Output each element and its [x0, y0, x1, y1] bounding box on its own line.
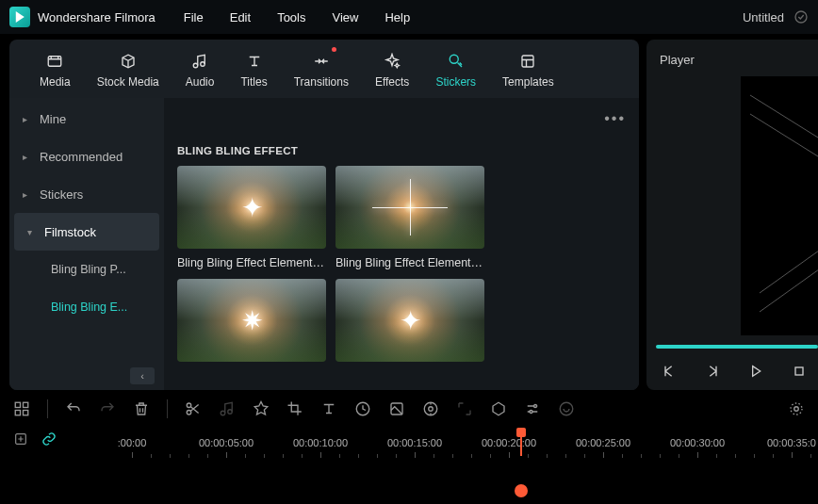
- svg-rect-1: [49, 57, 62, 67]
- timeline-ruler[interactable]: :00:0000:00:05:0000:00:10:0000:00:15:000…: [113, 428, 818, 456]
- player-panel: Player: [646, 40, 818, 390]
- text-button[interactable]: [320, 400, 337, 417]
- timeline[interactable]: :00:0000:00:05:0000:00:10:0000:00:15:000…: [0, 428, 818, 497]
- tab-media[interactable]: Media: [26, 47, 84, 98]
- expand-button[interactable]: [456, 400, 473, 417]
- player-viewport[interactable]: [741, 76, 818, 335]
- crop-button[interactable]: [286, 400, 303, 417]
- app-logo: [9, 7, 30, 27]
- sticker-card[interactable]: ✷: [177, 279, 326, 369]
- titles-icon: [246, 51, 263, 72]
- timeline-tick-label: :00:00: [118, 437, 147, 448]
- timeline-tick-label: 00:00:20:00: [482, 437, 536, 448]
- play-button[interactable]: [748, 364, 763, 379]
- mixer-button[interactable]: [788, 400, 805, 417]
- color-button[interactable]: [388, 400, 405, 417]
- svg-rect-10: [795, 367, 803, 375]
- adjust-button[interactable]: [524, 400, 541, 417]
- keyframe-button[interactable]: [422, 400, 439, 417]
- media-icon: [45, 51, 64, 72]
- svg-line-7: [750, 114, 818, 161]
- sticker-thumbnail: ✦: [177, 166, 326, 249]
- svg-point-27: [791, 403, 802, 415]
- tab-effects[interactable]: Effects: [362, 47, 422, 98]
- sidebar-item-filmstock[interactable]: ▾Filmstock: [14, 213, 159, 251]
- undo-button[interactable]: [65, 400, 82, 417]
- audio-icon: [191, 51, 208, 72]
- chevron-right-icon: ▸: [23, 189, 30, 200]
- project-name[interactable]: Untitled: [743, 10, 784, 24]
- prev-frame-button[interactable]: [662, 364, 677, 379]
- mask-button[interactable]: [490, 400, 507, 417]
- svg-point-4: [450, 55, 458, 63]
- tab-audio[interactable]: Audio: [172, 47, 228, 98]
- sidebar-sub-bling-pack[interactable]: Bling Bling P...: [9, 251, 164, 288]
- tab-stickers[interactable]: Stickers: [422, 47, 489, 98]
- player-title: Player: [656, 49, 818, 76]
- app-name: Wondershare Filmora: [38, 10, 155, 24]
- chevron-right-icon: ▸: [23, 152, 30, 162]
- stock-media-icon: [119, 51, 138, 72]
- sticker-card[interactable]: ✦ Bling Bling Effect Element 01: [177, 166, 326, 269]
- sticker-card[interactable]: Bling Bling Effect Element 02: [335, 166, 484, 269]
- next-frame-button[interactable]: [705, 364, 720, 379]
- split-button[interactable]: [185, 400, 202, 417]
- timeline-tick-label: 00:00:25:00: [576, 437, 630, 448]
- timeline-tick-label: 00:00:15:00: [387, 437, 442, 448]
- speed-button[interactable]: [354, 400, 371, 417]
- media-tabs: Media Stock Media Audio Titles Transitio…: [9, 40, 639, 98]
- timeline-tick-label: 00:00:35:0: [767, 437, 816, 448]
- timeline-tick-label: 00:00:30:00: [670, 437, 725, 448]
- delete-button[interactable]: [133, 400, 150, 417]
- svg-rect-12: [24, 402, 28, 407]
- timeline-tick-label: 00:00:10:00: [293, 437, 348, 448]
- svg-point-3: [201, 62, 205, 67]
- link-button[interactable]: [41, 431, 57, 447]
- svg-point-16: [187, 411, 191, 415]
- stickers-icon: [448, 51, 465, 72]
- sidebar-item-mine[interactable]: ▸Mine: [9, 100, 164, 138]
- svg-point-0: [795, 11, 807, 23]
- sidebar-item-stickers[interactable]: ▸Stickers: [9, 175, 164, 213]
- tab-titles[interactable]: Titles: [227, 47, 280, 98]
- audio-detach-button[interactable]: [219, 400, 236, 417]
- tab-transitions[interactable]: Transitions: [281, 47, 362, 98]
- media-panel: Media Stock Media Audio Titles Transitio…: [9, 40, 639, 390]
- add-track-button[interactable]: [13, 431, 28, 447]
- stop-button[interactable]: [792, 364, 807, 379]
- svg-point-25: [560, 402, 573, 415]
- sticker-thumbnail: ✷: [177, 279, 326, 362]
- transitions-icon: [312, 51, 331, 72]
- menu-tools[interactable]: Tools: [277, 10, 305, 24]
- sticker-thumbnail: [335, 166, 484, 249]
- voiceover-button[interactable]: [558, 400, 575, 417]
- svg-point-17: [221, 411, 225, 415]
- layout-icon[interactable]: [13, 400, 30, 417]
- chevron-down-icon: ▾: [27, 227, 35, 237]
- chevron-right-icon: ▸: [23, 114, 30, 124]
- svg-point-15: [187, 403, 191, 408]
- collapse-sidebar-button[interactable]: ‹: [130, 367, 155, 384]
- menu-help[interactable]: Help: [384, 10, 410, 24]
- content-area: ••• BLING BLING EFFECT ✦ Bling Bling Eff…: [164, 98, 639, 390]
- menu-file[interactable]: File: [184, 10, 204, 24]
- tab-stock-media[interactable]: Stock Media: [84, 47, 172, 98]
- sticker-thumbnail: ✦: [335, 279, 484, 362]
- redo-button[interactable]: [99, 400, 116, 417]
- tab-templates[interactable]: Templates: [489, 47, 567, 98]
- sidebar-sub-bling-effect[interactable]: Bling Bling E...: [9, 288, 164, 326]
- marker-button[interactable]: [253, 400, 270, 417]
- menu-view[interactable]: View: [332, 10, 358, 24]
- sidebar-item-recommended[interactable]: ▸Recommended: [9, 138, 164, 175]
- svg-rect-5: [522, 56, 533, 67]
- effects-icon: [384, 51, 401, 72]
- sticker-card[interactable]: ✦: [335, 279, 484, 369]
- category-sidebar: ▸Mine ▸Recommended ▸Stickers ▾Filmstock …: [9, 98, 164, 390]
- more-options-icon[interactable]: •••: [604, 110, 626, 127]
- sticker-caption: Bling Bling Effect Element 01: [177, 256, 326, 269]
- notification-dot: [332, 47, 336, 52]
- main-menu: File Edit Tools View Help: [184, 10, 410, 24]
- svg-point-22: [429, 407, 434, 412]
- svg-point-26: [794, 407, 799, 412]
- menu-edit[interactable]: Edit: [230, 10, 251, 24]
